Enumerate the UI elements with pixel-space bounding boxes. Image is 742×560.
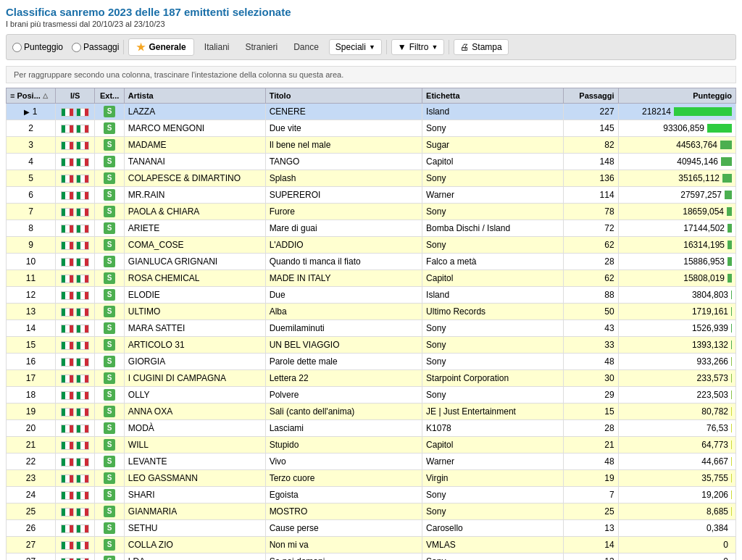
cell-passages: 227 — [563, 104, 618, 120]
cell-pos: 9 — [7, 237, 56, 254]
table-row[interactable]: 8 S ARIETE Mare di guai Bomba Dischi / I… — [7, 220, 736, 237]
cell-ext: S — [95, 420, 124, 437]
btn-speciali[interactable]: Speciali ▼ — [329, 39, 382, 55]
cell-ext: S — [95, 354, 124, 370]
table-row[interactable]: 15 S ARTICOLO 31 UN BEL VIAGGIO Sony 33 … — [7, 337, 736, 354]
score-value: 80,782 — [688, 406, 728, 417]
btn-dance[interactable]: Dance — [288, 40, 325, 54]
badge-s: S — [104, 339, 115, 351]
table-row[interactable]: 26 S SETHU Cause perse Carosello 13 0,38… — [7, 520, 736, 537]
cell-score: 35,755 — [618, 470, 735, 487]
chevron-down-icon-2: ▼ — [431, 43, 438, 51]
cell-pos: 13 — [7, 304, 56, 320]
table-row[interactable]: 4 S TANANAI TANGO Capitol 148 40945,146 — [7, 154, 736, 170]
flag-italy-icon — [61, 325, 74, 333]
cell-score: 40945,146 — [618, 154, 735, 170]
cell-label: Sony — [422, 503, 564, 520]
table-row[interactable]: 5 S COLAPESCE & DIMARTINO Splash Sony 13… — [7, 170, 736, 187]
cell-passages: 14 — [563, 537, 618, 553]
cell-title: UN BEL VIAGGIO — [265, 337, 422, 354]
table-row[interactable]: 27 S LDA Se poi domani Sony 13 0 — [7, 553, 736, 561]
table-row[interactable]: 19 S ANNA OXA Sali (canto dell'anima) JE… — [7, 404, 736, 420]
table-row[interactable]: 12 S ELODIE Due Island 88 3804,803 — [7, 287, 736, 304]
table-row[interactable]: 25 S GIANMARIA MOSTRO Sony 25 8,685 — [7, 503, 736, 520]
col-header-passages[interactable]: Passaggi — [563, 88, 618, 104]
cell-passages: 30 — [563, 370, 618, 387]
table-row[interactable]: 17 S I CUGINI DI CAMPAGNA Lettera 22 Sta… — [7, 370, 736, 387]
cell-artist: ARIETE — [124, 220, 265, 237]
flag-italy-icon-2 — [76, 441, 89, 450]
table-row[interactable]: 2 S MARCO MENGONI Due vite Sony 145 9330… — [7, 120, 736, 137]
cell-ivs — [55, 503, 94, 520]
table-row[interactable]: 10 S GIANLUCA GRIGNANI Quando ti manca i… — [7, 254, 736, 270]
cell-label: Warner — [422, 187, 564, 204]
cell-label: Sony — [422, 553, 564, 561]
col-header-score[interactable]: Punteggio — [618, 88, 735, 104]
table-row[interactable]: 18 S OLLY Polvere Sony 29 223,503 — [7, 387, 736, 404]
cell-title: SUPEREROI — [265, 187, 422, 204]
cell-pos: 18 — [7, 387, 56, 404]
cell-passages: 28 — [563, 254, 618, 270]
col-header-title[interactable]: Titolo — [265, 88, 422, 104]
flag-italy-icon — [61, 241, 74, 250]
table-row[interactable]: 16 S GIORGIA Parole dette male Sony 48 9… — [7, 354, 736, 370]
table-row[interactable]: 20 S MODÀ Lasciami K1078 28 76,53 — [7, 420, 736, 437]
cell-passages: 25 — [563, 503, 618, 520]
flag-italy-icon — [61, 358, 74, 367]
cell-pos: 11 — [7, 270, 56, 287]
table-row[interactable]: 11 S ROSA CHEMICAL MADE IN ITALY Capitol… — [7, 270, 736, 287]
flag-italy-icon-2 — [76, 425, 89, 433]
score-value: 0,384 — [688, 523, 728, 533]
table-row[interactable]: ▶ 1 S LAZZA CENERE Island 227 218214 — [7, 104, 736, 120]
table-row[interactable]: 7 S PAOLA & CHIARA Furore Sony 78 18659,… — [7, 204, 736, 220]
cell-ext: S — [95, 537, 124, 553]
col-header-ext[interactable]: Ext... — [95, 88, 124, 104]
table-row[interactable]: 14 S MARA SATTEI Duemilaminuti Sony 43 1… — [7, 320, 736, 337]
btn-general[interactable]: ★ Generale — [128, 38, 193, 56]
col-header-ivs[interactable]: I/S — [55, 88, 94, 104]
cell-score: 1719,161 — [618, 304, 735, 320]
table-row[interactable]: 27 S COLLA ZIO Non mi va VMLAS 14 0 — [7, 537, 736, 553]
table-row[interactable]: 3 S MADAME Il bene nel male Sugar 82 445… — [7, 137, 736, 154]
score-bar — [731, 507, 732, 516]
score-bar — [728, 241, 732, 249]
flag-italy-icon-2 — [76, 225, 89, 233]
cell-ivs — [55, 170, 94, 187]
table-row[interactable]: 6 S MR.RAIN SUPEREROI Warner 114 27597,2… — [7, 187, 736, 204]
btn-foreign[interactable]: Stranieri — [239, 40, 283, 54]
btn-print[interactable]: 🖨 Stampa — [454, 39, 508, 55]
cell-ivs — [55, 120, 94, 137]
flag-italy-icon — [61, 308, 74, 317]
badge-s: S — [104, 306, 115, 317]
table-row[interactable]: 24 S SHARI Egoista Sony 7 19,206 — [7, 487, 736, 503]
cell-artist: SETHU — [124, 520, 265, 537]
cell-label: JE | Just Entertainment — [422, 404, 564, 420]
col-header-pos[interactable]: ≡ Posi... △ — [7, 88, 56, 104]
btn-italian[interactable]: Italiani — [199, 40, 235, 54]
cell-passages: 15 — [563, 404, 618, 420]
radio-score[interactable]: Punteggio — [12, 42, 63, 52]
cell-artist: OLLY — [124, 387, 265, 404]
badge-s: S — [104, 106, 115, 117]
table-row[interactable]: 9 S COMA_COSE L'ADDIO Sony 62 16314,195 — [7, 237, 736, 254]
score-bar — [720, 141, 732, 149]
score-value: 35,755 — [688, 473, 728, 483]
table-header-row: ≡ Posi... △ I/S Ext... Artista Titolo Et… — [7, 88, 736, 104]
table-row[interactable]: 13 S ULTIMO Alba Ultimo Records 50 1719,… — [7, 304, 736, 320]
score-bar — [728, 224, 732, 233]
table-row[interactable]: 23 S LEO GASSMANN Terzo cuore Virgin 19 … — [7, 470, 736, 487]
cell-passages: 48 — [563, 454, 618, 470]
table-row[interactable]: 21 S WILL Stupido Capitol 21 64,773 — [7, 437, 736, 454]
cell-label: Warner — [422, 454, 564, 470]
table-row[interactable]: 22 S LEVANTE Vivo Warner 48 44,667 — [7, 454, 736, 470]
badge-s: S — [104, 456, 115, 467]
cell-title: Vivo — [265, 454, 422, 470]
btn-filter[interactable]: ▼ Filtro ▼ — [391, 39, 444, 55]
flag-italy-icon-2 — [76, 525, 89, 533]
col-header-label[interactable]: Etichetta — [422, 88, 564, 104]
cell-pos: 23 — [7, 470, 56, 487]
cell-ivs — [55, 370, 94, 387]
cell-ivs — [55, 287, 94, 304]
radio-passages[interactable]: Passaggi — [72, 42, 119, 52]
col-header-artist[interactable]: Artista — [124, 88, 265, 104]
